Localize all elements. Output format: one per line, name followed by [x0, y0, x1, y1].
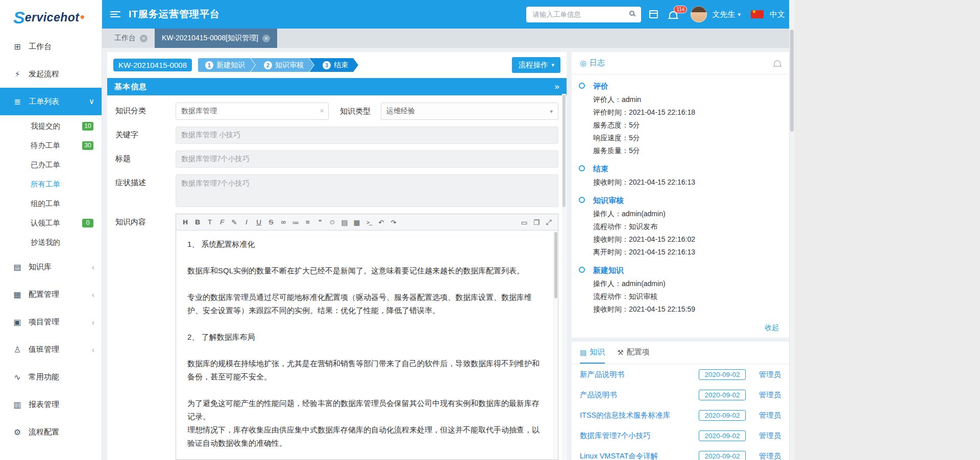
tab-knowledge-ticket[interactable]: KW-20210415-0008[知识管理] × — [155, 29, 277, 48]
tab-config-items[interactable]: ⚒ 配置项 — [617, 342, 650, 364]
type-label: 知识类型 — [340, 107, 381, 116]
menu-icon[interactable] — [110, 11, 120, 17]
log-entry-title[interactable]: 知识审核 — [593, 195, 782, 206]
sidebar-item-knowledge-base[interactable]: ▤ 知识库 ‹ — [0, 253, 102, 280]
app-title: IT服务运营管理平台 — [129, 8, 220, 21]
tab-knowledge[interactable]: ▤ 知识 — [580, 342, 605, 364]
collapse-section-icon[interactable]: » — [555, 82, 559, 92]
knowledge-link[interactable]: 新产品说明书 — [580, 370, 695, 379]
knowledge-row: 新产品说明书 2020-09-02 管理员 — [572, 364, 789, 385]
sidebar-item-ticket-list[interactable]: ≣ 工单列表 ∨ — [0, 88, 102, 115]
font-icon[interactable]: F — [216, 216, 228, 228]
sidebar-item-project-mgmt[interactable]: ▣ 项目管理 ‹ — [0, 308, 102, 336]
editor-content[interactable]: 1、 系统配置标准化 数据库和SQL实例的数量不断在扩大已经不是新闻了。这意味着… — [176, 231, 558, 459]
book-icon: ▤ — [12, 262, 22, 272]
step-label: 知识审核 — [275, 61, 304, 70]
clear-icon[interactable]: × — [320, 106, 324, 115]
submenu-item-done[interactable]: 已办工单 — [0, 155, 102, 174]
symptom-textarea[interactable]: 数据库管理7个小技巧 — [176, 174, 558, 207]
image-icon[interactable]: ▤ — [338, 216, 351, 228]
person-icon: ♙ — [12, 345, 22, 354]
heading-icon[interactable]: H — [179, 216, 191, 228]
knowledge-link[interactable]: ITSS的信息技术服务标准库 — [580, 411, 695, 420]
sidebar-item-duty-mgmt[interactable]: ♙ 值班管理 ‹ — [0, 336, 102, 363]
title-input[interactable] — [176, 150, 558, 168]
knowledge-author[interactable]: 管理员 — [759, 390, 781, 400]
package-icon[interactable] — [649, 10, 658, 18]
sidebar-item-process-config[interactable]: ⚙ 流程配置 — [0, 418, 102, 446]
sidebar-nav: ⊞ 工作台 ⚡ 发起流程 ≣ 工单列表 ∨ 我提交的 10 待办工单 30 — [0, 33, 102, 446]
type-select[interactable]: 运维经验 ▾ — [381, 103, 558, 120]
user-menu[interactable]: 文先生 ▾ — [712, 10, 741, 19]
eye-icon: ◎ — [580, 59, 586, 68]
strikethrough-icon[interactable]: S — [265, 216, 277, 228]
knowledge-author[interactable]: 管理员 — [759, 431, 781, 441]
knowledge-link[interactable]: 数据库管理7个小技巧 — [580, 431, 695, 441]
sidebar-item-start-process[interactable]: ⚡ 发起流程 — [0, 60, 102, 88]
sidebar-item-config-mgmt[interactable]: ▦ 配置管理 ‹ — [0, 280, 102, 308]
log-entry-line: 流程动作：知识审核 — [593, 290, 782, 303]
submenu-item-cc-me[interactable]: 抄送我的 — [0, 233, 102, 252]
close-icon[interactable]: × — [262, 35, 270, 42]
italic-icon[interactable]: I — [240, 216, 253, 228]
bold-icon[interactable]: B — [191, 216, 204, 228]
flag-icon[interactable]: ★ — [751, 10, 764, 18]
list-icon[interactable]: ≔ — [289, 216, 302, 228]
collapse-log-link[interactable]: 收起 — [572, 321, 789, 338]
log-entry-line: 操作人：admin(admin) — [593, 208, 782, 220]
editor-scrollbar[interactable] — [553, 231, 558, 459]
form-row-title: 标题 — [115, 150, 558, 168]
log-entry-line: 操作人：admin(admin) — [593, 277, 782, 290]
keyword-input[interactable] — [176, 126, 558, 144]
split-view-icon[interactable]: ❐ — [530, 216, 543, 228]
text-size-icon[interactable]: T — [204, 216, 216, 228]
language-switcher[interactable]: 中文 — [770, 10, 785, 19]
code-icon[interactable]: >_ — [363, 216, 375, 228]
redo-icon[interactable]: ↷ — [387, 216, 400, 228]
align-icon[interactable]: ≡ — [302, 216, 314, 228]
pencil-icon[interactable]: ✎ — [228, 216, 240, 228]
search-icon[interactable] — [629, 11, 634, 16]
chevron-left-icon: ‹ — [92, 290, 94, 299]
log-entry-title[interactable]: 结束 — [593, 163, 782, 174]
keyword-label: 关键字 — [115, 126, 176, 144]
submenu-item-group-tickets[interactable]: 组的工单 — [0, 194, 102, 213]
form-scrollbar[interactable] — [562, 94, 566, 459]
sidebar-item-label: 知识库 — [29, 262, 92, 272]
tab-workbench[interactable]: 工作台 × — [107, 29, 155, 48]
category-input[interactable] — [176, 103, 329, 120]
underline-icon[interactable]: U — [253, 216, 265, 228]
submenu-item-pending[interactable]: 待办工单 30 — [0, 136, 102, 155]
process-action-button[interactable]: 流程操作 ▾ — [512, 57, 560, 73]
knowledge-author[interactable]: 管理员 — [759, 370, 781, 379]
knowledge-link[interactable]: Linux VMSTAT命令详解 — [580, 451, 695, 460]
symptom-label: 症状描述 — [115, 174, 176, 207]
preview-icon[interactable]: ▭ — [518, 216, 530, 228]
sidebar-item-workbench[interactable]: ⊞ 工作台 — [0, 33, 102, 60]
undo-icon[interactable]: ↶ — [375, 216, 387, 228]
submenu-item-my-submitted[interactable]: 我提交的 10 — [0, 116, 102, 136]
log-entry-title[interactable]: 评价 — [593, 81, 782, 92]
table-icon[interactable]: ▦ — [351, 216, 363, 228]
knowledge-author[interactable]: 管理员 — [759, 451, 781, 460]
emoji-icon[interactable]: ☺ — [326, 216, 338, 228]
submenu-label: 已办工单 — [31, 160, 60, 170]
sidebar-item-report-mgmt[interactable]: ▥ 报表管理 — [0, 391, 102, 418]
search-input[interactable] — [526, 7, 641, 22]
quote-icon[interactable]: ” — [314, 216, 326, 228]
alarm-bell-icon[interactable] — [774, 60, 781, 66]
sidebar-item-common-functions[interactable]: ∿ 常用功能 — [0, 363, 102, 391]
close-icon[interactable]: × — [140, 35, 148, 42]
knowledge-link[interactable]: 产品说明书 — [580, 390, 695, 400]
submenu-item-all-tickets[interactable]: 所有工单 — [0, 174, 102, 194]
fullscreen-icon[interactable]: ⤢ — [543, 216, 555, 228]
folder-icon: ▣ — [12, 317, 22, 327]
notifications-button[interactable]: 114 — [669, 11, 677, 18]
link-icon[interactable]: ∞ — [277, 216, 289, 228]
log-entry-title[interactable]: 新建知识 — [593, 265, 782, 276]
knowledge-row: ITSS的信息技术服务标准库 2020-09-02 管理员 — [572, 405, 789, 425]
avatar[interactable] — [691, 6, 707, 22]
submenu-item-claim-tickets[interactable]: 认领工单 0 — [0, 213, 102, 233]
window-scrollbar[interactable] — [789, 0, 794, 460]
knowledge-author[interactable]: 管理员 — [759, 411, 781, 420]
